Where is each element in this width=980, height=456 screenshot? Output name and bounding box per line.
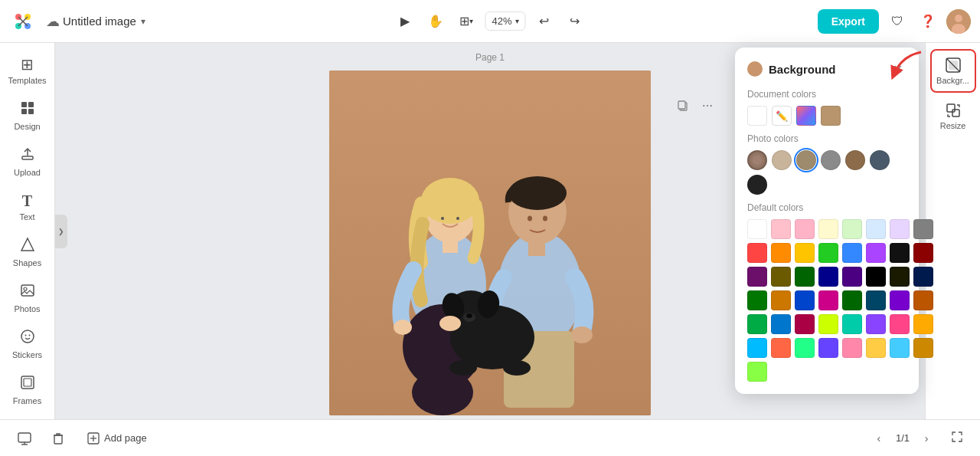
photo-color-2[interactable]	[796, 150, 816, 170]
default-color-48[interactable]	[747, 362, 767, 382]
hand-tool[interactable]: ✋	[423, 9, 448, 34]
user-avatar[interactable]	[946, 9, 971, 34]
sidebar-expand-handle[interactable]: ❯	[55, 215, 67, 248]
default-color-15[interactable]	[913, 243, 933, 263]
default-color-26[interactable]	[795, 290, 815, 310]
svg-marker-14	[21, 238, 34, 251]
photo-color-4[interactable]	[845, 150, 865, 170]
default-color-1[interactable]	[771, 219, 791, 239]
default-color-39[interactable]	[913, 314, 933, 334]
redo-btn[interactable]: ↪	[563, 9, 587, 34]
default-color-14[interactable]	[890, 243, 910, 263]
default-color-28[interactable]	[842, 290, 862, 310]
sidebar-item-shapes[interactable]: Shapes	[5, 231, 51, 274]
default-color-23[interactable]	[913, 267, 933, 287]
sidebar-item-design[interactable]: Design	[5, 94, 51, 137]
right-panel-resize-label: Resize	[940, 121, 966, 130]
default-color-32[interactable]	[747, 314, 767, 334]
sidebar-item-text[interactable]: T Text	[5, 186, 51, 228]
sidebar-item-frames[interactable]: Frames	[5, 369, 51, 412]
default-color-5[interactable]	[866, 219, 886, 239]
default-color-19[interactable]	[818, 267, 838, 287]
default-color-13[interactable]	[866, 243, 886, 263]
photo-color-5[interactable]	[870, 150, 890, 170]
doc-color-gradient[interactable]	[796, 106, 816, 126]
default-color-47[interactable]	[913, 338, 933, 358]
popup-close-btn[interactable]: ✕	[888, 60, 906, 78]
default-color-25[interactable]	[771, 290, 791, 310]
title-area[interactable]: ☁ Untitled image ▾	[46, 13, 145, 30]
sidebar-item-stickers[interactable]: Stickers	[5, 323, 51, 366]
delete-btn[interactable]	[46, 426, 70, 451]
fullscreen-btn[interactable]	[946, 428, 968, 449]
photo-color-1[interactable]	[772, 150, 792, 170]
zoom-control[interactable]: 42% ▾	[485, 11, 525, 31]
default-color-27[interactable]	[818, 290, 838, 310]
present-btn[interactable]	[12, 426, 37, 451]
right-panel-background[interactable]: Backgr...	[930, 49, 976, 93]
undo-btn[interactable]: ↩	[532, 9, 557, 34]
default-color-33[interactable]	[771, 314, 791, 334]
next-page-btn[interactable]: ›	[916, 428, 937, 449]
default-color-16[interactable]	[747, 267, 767, 287]
sidebar-item-templates[interactable]: ⊞ Templates	[5, 49, 51, 91]
default-color-35[interactable]	[818, 314, 838, 334]
app-logo[interactable]	[9, 8, 37, 35]
default-color-34[interactable]	[795, 314, 815, 334]
default-color-2[interactable]	[795, 219, 815, 239]
view-options[interactable]: ⊞▾	[454, 9, 479, 34]
default-color-46[interactable]	[890, 338, 910, 358]
add-page-btn[interactable]: Add page	[80, 428, 155, 449]
shield-icon-btn[interactable]: 🛡	[885, 9, 910, 34]
photo-color-0[interactable]	[747, 150, 767, 170]
help-btn[interactable]: ❓	[916, 9, 940, 34]
prev-page-btn[interactable]: ‹	[868, 428, 890, 449]
default-color-21[interactable]	[866, 267, 886, 287]
default-color-22[interactable]	[890, 267, 910, 287]
svg-point-7	[955, 15, 962, 22]
default-color-12[interactable]	[842, 243, 862, 263]
default-color-29[interactable]	[866, 290, 886, 310]
default-color-7[interactable]	[913, 219, 933, 239]
default-color-42[interactable]	[795, 338, 815, 358]
sidebar-item-upload[interactable]: Upload	[5, 140, 51, 183]
page-more-btn[interactable]: ⋯	[697, 95, 718, 116]
default-color-9[interactable]	[771, 243, 791, 263]
canvas-frame	[329, 71, 651, 415]
default-color-38[interactable]	[890, 314, 910, 334]
sidebar-item-photos[interactable]: Photos	[5, 277, 51, 320]
default-color-37[interactable]	[866, 314, 886, 334]
default-color-17[interactable]	[771, 267, 791, 287]
photo-color-6[interactable]	[747, 175, 767, 195]
photo-color-3[interactable]	[821, 150, 841, 170]
default-color-8[interactable]	[747, 243, 767, 263]
default-color-6[interactable]	[890, 219, 910, 239]
default-color-4[interactable]	[842, 219, 862, 239]
default-color-31[interactable]	[913, 290, 933, 310]
default-color-41[interactable]	[771, 338, 791, 358]
default-color-43[interactable]	[818, 338, 838, 358]
default-color-18[interactable]	[795, 267, 815, 287]
default-color-3[interactable]	[818, 219, 838, 239]
default-color-40[interactable]	[747, 338, 767, 358]
default-colors-label: Default colors	[747, 202, 906, 213]
default-color-36[interactable]	[842, 314, 862, 334]
export-button[interactable]: Export	[818, 9, 879, 34]
default-color-0[interactable]	[747, 219, 767, 239]
doc-color-tan[interactable]	[821, 106, 841, 126]
doc-color-pencil[interactable]: ✏️	[772, 106, 792, 126]
default-color-20[interactable]	[842, 267, 862, 287]
right-panel-background-label: Backgr...	[936, 76, 969, 85]
bg-color-indicator[interactable]	[747, 61, 763, 77]
right-panel-resize[interactable]: Resize	[930, 96, 976, 136]
select-tool[interactable]: ▶	[393, 9, 417, 34]
page-copy-btn[interactable]	[672, 95, 694, 116]
default-color-10[interactable]	[795, 243, 815, 263]
photos-icon	[20, 283, 35, 302]
default-color-30[interactable]	[890, 290, 910, 310]
default-color-24[interactable]	[747, 290, 767, 310]
default-color-45[interactable]	[866, 338, 886, 358]
doc-color-white[interactable]	[747, 106, 767, 126]
default-color-11[interactable]	[818, 243, 838, 263]
default-color-44[interactable]	[842, 338, 862, 358]
